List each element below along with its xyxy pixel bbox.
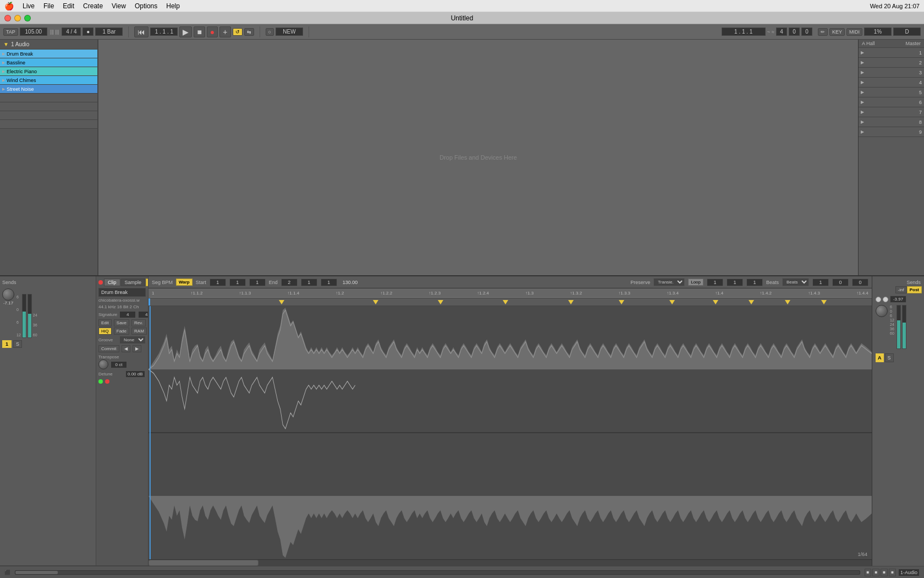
rev-button[interactable]: Rev. xyxy=(131,319,146,326)
end-value-3[interactable]: 1 xyxy=(321,279,337,286)
solo-button[interactable]: S xyxy=(13,340,22,348)
view-btn-2[interactable]: ■ xyxy=(872,569,879,576)
close-button[interactable] xyxy=(4,15,11,21)
jump-start-button[interactable]: ⏮ xyxy=(134,26,148,37)
marker-2[interactable] xyxy=(373,300,378,304)
master-a-button[interactable]: A xyxy=(876,353,884,362)
signature-display[interactable]: 4 / 4 xyxy=(62,28,81,36)
track-item-bassline[interactable]: ▶ Bassline xyxy=(0,58,97,67)
progress-bar[interactable] xyxy=(15,570,860,575)
bpm-display[interactable]: 105.00 xyxy=(20,28,47,36)
post-button[interactable]: Post xyxy=(907,286,922,293)
master-s-button[interactable]: S xyxy=(885,353,894,362)
menu-edit[interactable]: Edit xyxy=(63,2,74,10)
beats-val-2[interactable]: 0 xyxy=(832,279,849,286)
track-item-electric-piano[interactable]: ▶ Electric Piano xyxy=(0,67,97,76)
commit-button[interactable]: Commit xyxy=(98,345,119,352)
marker-9[interactable] xyxy=(749,300,754,304)
apple-menu[interactable]: 🍎 xyxy=(4,2,14,10)
bar-display[interactable]: 1 Bar xyxy=(95,28,123,36)
end-value-1[interactable]: 2 xyxy=(281,279,298,286)
stop-button[interactable]: ■ xyxy=(194,26,205,37)
menu-options[interactable]: Options xyxy=(135,2,157,10)
tap-button[interactable]: TAP xyxy=(3,28,18,36)
overdub-button[interactable]: + xyxy=(219,26,230,37)
start-value[interactable]: 1 xyxy=(210,279,226,286)
right-arrow-btn[interactable]: ▶ xyxy=(133,345,141,352)
sample-tab[interactable]: Sample xyxy=(121,279,146,286)
right-panel-row-2[interactable]: ▶ 2 xyxy=(859,58,924,68)
right-panel-row-5[interactable]: ▶ 5 xyxy=(859,88,924,97)
beats-dropdown[interactable]: Beats xyxy=(782,278,809,286)
key-toggle[interactable]: KEY xyxy=(829,28,845,36)
menu-live[interactable]: Live xyxy=(23,2,35,10)
record-button[interactable]: ● xyxy=(207,26,218,37)
right-panel-row-9[interactable]: ▶ 9 xyxy=(859,127,924,137)
marker-bar[interactable] xyxy=(148,298,872,306)
loop-pos-3[interactable]: 1 xyxy=(746,279,763,286)
clip-name-display[interactable]: Drum Break xyxy=(98,288,146,297)
view-btn-3[interactable]: ■ xyxy=(881,569,888,576)
ram-button[interactable]: RAM xyxy=(131,328,147,335)
left-arrow-btn[interactable]: ◀ xyxy=(122,345,130,352)
scrollbar-thumb[interactable] xyxy=(148,560,258,566)
marker-5[interactable] xyxy=(568,300,574,304)
sig-denominator[interactable]: 4 xyxy=(138,311,148,318)
start-value-2[interactable]: 1 xyxy=(229,279,246,286)
track-item-street-noise[interactable]: ▶ Street Noise xyxy=(0,85,97,94)
marker-8[interactable] xyxy=(713,300,718,304)
marker-4[interactable] xyxy=(503,300,508,304)
marker-6[interactable] xyxy=(619,300,624,304)
marker-7[interactable] xyxy=(669,300,675,304)
hiq-button[interactable]: HiQ xyxy=(98,328,112,335)
marker-10[interactable] xyxy=(785,300,790,304)
track-number-button[interactable]: 1 xyxy=(2,340,12,348)
waveform-scrollbar[interactable] xyxy=(148,559,872,566)
new-button[interactable]: NEW xyxy=(276,28,303,36)
minimize-button[interactable] xyxy=(14,15,21,21)
right-panel-row-7[interactable]: ▶ 7 xyxy=(859,107,924,117)
view-btn-4[interactable]: ■ xyxy=(889,569,896,576)
arrangement-area[interactable]: Drop Files and Devices Here xyxy=(98,40,858,275)
fade-button[interactable]: Fade xyxy=(114,328,129,335)
sig-numerator[interactable]: 4 xyxy=(119,311,136,318)
menu-help[interactable]: Help xyxy=(166,2,180,10)
beats-val-1[interactable]: 1 xyxy=(812,279,829,286)
right-panel-row-6[interactable]: ▶ 6 xyxy=(859,97,924,107)
menu-view[interactable]: View xyxy=(112,2,126,10)
menu-file[interactable]: File xyxy=(43,2,54,10)
menu-create[interactable]: Create xyxy=(83,2,103,10)
loop-pos-1[interactable]: 1 xyxy=(707,279,723,286)
preserve-dropdown[interactable]: Transie. xyxy=(653,278,685,286)
master-knob[interactable] xyxy=(876,305,888,317)
marker-1[interactable] xyxy=(279,300,284,304)
groove-dropdown[interactable]: None xyxy=(119,336,146,344)
track-item-wind-chimes[interactable]: ▶ Wind Chimes xyxy=(0,76,97,85)
view-btn-1[interactable]: ■ xyxy=(865,569,872,576)
loop-button[interactable]: Loop xyxy=(688,279,703,286)
send-knob[interactable] xyxy=(2,288,14,301)
metro-display[interactable]: ● xyxy=(82,28,94,36)
loop-pos-2[interactable]: 1 xyxy=(727,279,743,286)
maximize-button[interactable] xyxy=(24,15,31,21)
right-panel-row-8[interactable]: ▶ 8 xyxy=(859,117,924,127)
marker-11[interactable] xyxy=(821,300,827,304)
sample-expand-btn[interactable]: ▼ xyxy=(146,279,148,286)
right-panel-row-4[interactable]: ▶ 4 xyxy=(859,78,924,88)
neg-inf-button[interactable]: -inf xyxy=(895,286,907,293)
transpose-knob[interactable] xyxy=(98,359,108,369)
track-item-drum-break[interactable]: ▶ Drum Break xyxy=(0,50,97,58)
pencil-tool[interactable]: ✏ xyxy=(818,28,828,36)
right-panel-row-3[interactable]: ▶ 3 xyxy=(859,68,924,78)
right-panel-row-1[interactable]: ▶ 1 xyxy=(859,48,924,58)
save-button[interactable]: Save xyxy=(114,319,129,326)
waveform-display[interactable]: 1/64 xyxy=(148,306,872,559)
warp-button[interactable]: Warp xyxy=(176,279,193,286)
punch-button[interactable]: ⇆ xyxy=(244,28,254,36)
loop-toggle[interactable]: ↺ xyxy=(233,28,243,36)
end-value-2[interactable]: 1 xyxy=(301,279,317,286)
play-button[interactable]: ▶ xyxy=(179,26,192,37)
start-value-3[interactable]: 1 xyxy=(249,279,266,286)
marker-3[interactable] xyxy=(438,300,443,304)
edit-button[interactable]: Edit xyxy=(98,319,112,326)
